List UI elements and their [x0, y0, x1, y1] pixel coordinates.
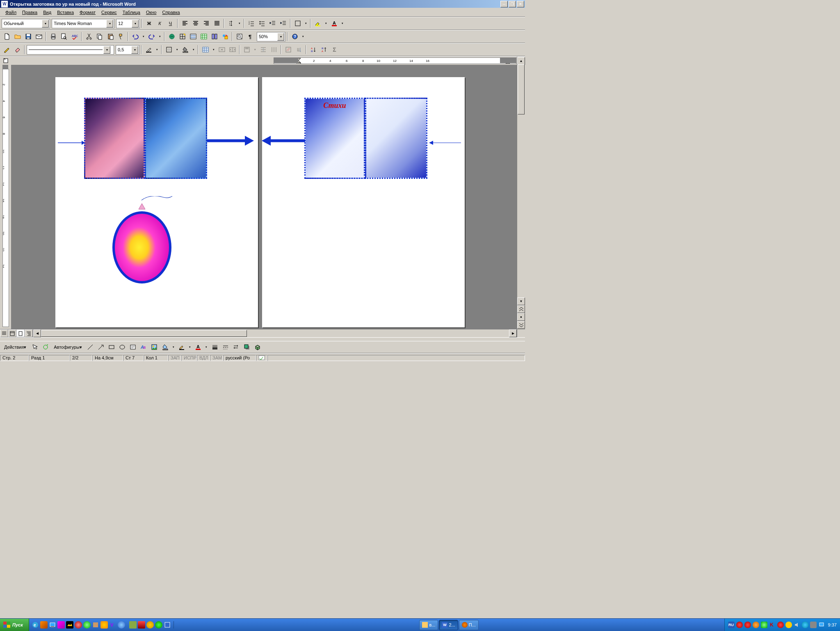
status-trk[interactable]: ИСПР — [181, 355, 197, 361]
borders-dropdown[interactable] — [174, 45, 180, 55]
arrow-thin-left-icon[interactable] — [428, 139, 461, 147]
scroll-right-button[interactable]: ▶ — [509, 329, 517, 337]
drawing-toolbar-button[interactable] — [220, 32, 230, 41]
email-button[interactable] — [34, 32, 44, 41]
autoshapes-menu[interactable]: Автофигуры ▾ — [51, 343, 84, 352]
italic-button[interactable]: К — [155, 18, 165, 28]
print-layout-view-button[interactable] — [16, 329, 25, 337]
outside-border-button[interactable] — [292, 18, 303, 28]
clipart-button[interactable] — [149, 342, 160, 352]
fill-color-button[interactable] — [160, 342, 171, 352]
vertical-ruler[interactable]: 2468 10121416 18202224 — [0, 65, 11, 329]
cut-button[interactable] — [84, 32, 94, 41]
scroll-left-button[interactable]: ◀ — [33, 329, 41, 337]
menu-format[interactable]: Формат — [77, 9, 98, 16]
font-size-combo[interactable]: 12 — [116, 19, 140, 28]
line-weight-combo[interactable]: 0,5 — [116, 45, 139, 55]
save-button[interactable] — [23, 32, 33, 41]
menu-file[interactable]: Файл — [2, 9, 19, 16]
browse-next-button[interactable] — [517, 321, 525, 329]
line-color-dropdown[interactable] — [187, 342, 193, 352]
increase-indent-button[interactable] — [278, 18, 288, 28]
insert-worksheet-button[interactable] — [199, 32, 209, 41]
redo-dropdown[interactable] — [157, 32, 162, 41]
draw-table-button[interactable] — [2, 45, 12, 55]
web-view-button[interactable] — [8, 329, 16, 337]
status-ext[interactable]: ВДЛ — [197, 355, 210, 361]
columns-button[interactable] — [209, 32, 219, 41]
border-color-dropdown[interactable] — [154, 45, 160, 55]
status-language[interactable]: русский (Ро — [223, 355, 256, 361]
vertical-scrollbar[interactable]: ▲ ▼ ● — [517, 57, 525, 329]
arrow-bold-right-icon[interactable] — [207, 135, 254, 147]
scroll-thumb[interactable] — [518, 64, 525, 114]
shape-gradient-box-pink[interactable] — [84, 98, 145, 179]
fill-color-dropdown[interactable] — [171, 342, 176, 352]
border-color-button[interactable] — [144, 45, 154, 55]
new-button[interactable] — [2, 32, 12, 41]
textbox-tool-button[interactable] — [128, 342, 138, 352]
line-style-combo[interactable] — [27, 45, 114, 55]
underline-button[interactable]: Ч — [165, 18, 176, 28]
font-color-button[interactable]: A — [329, 18, 339, 28]
normal-view-button[interactable] — [0, 329, 8, 337]
align-center-button[interactable] — [190, 18, 201, 28]
dash-style-button[interactable] — [221, 342, 231, 352]
paste-button[interactable] — [105, 32, 115, 41]
status-rec[interactable]: ЗАП — [168, 355, 181, 361]
undo-button[interactable] — [130, 32, 140, 41]
spelling-button[interactable]: ABC — [69, 32, 80, 41]
line-spacing-dropdown[interactable] — [237, 18, 242, 28]
font-color-dropdown[interactable] — [340, 18, 345, 28]
menu-insert[interactable]: Вставка — [54, 9, 77, 16]
status-ovr[interactable]: ЗАМ — [210, 355, 223, 361]
toolbar-options-dropdown[interactable] — [300, 32, 306, 41]
horizontal-scrollbar[interactable]: ◀ ▶ — [33, 329, 517, 337]
line-spacing-button[interactable] — [226, 18, 236, 28]
sort-desc-button[interactable]: ЯА — [319, 45, 329, 55]
borders-button[interactable] — [164, 45, 174, 55]
wordart-text[interactable]: Стихи — [306, 99, 364, 110]
rectangle-tool-button[interactable] — [107, 342, 117, 352]
align-left-button[interactable] — [180, 18, 190, 28]
arrow-tool-button[interactable] — [96, 342, 106, 352]
style-combo[interactable]: Обычный — [2, 19, 50, 28]
status-spelling-icon[interactable] — [256, 355, 267, 361]
arrow-bold-left-icon[interactable] — [260, 135, 305, 147]
font-color-dropdown-2[interactable] — [204, 342, 209, 352]
free-rotate-button[interactable] — [40, 342, 50, 352]
browse-object-button[interactable]: ● — [517, 313, 525, 321]
oval-tool-button[interactable] — [117, 342, 128, 352]
ruler-corner[interactable] — [0, 57, 11, 65]
line-color-button[interactable] — [177, 342, 187, 352]
align-right-button[interactable] — [201, 18, 211, 28]
select-objects-button[interactable] — [30, 342, 40, 352]
highlight-dropdown[interactable] — [323, 18, 329, 28]
menu-view[interactable]: Вид — [40, 9, 54, 16]
close-button[interactable]: ✕ — [517, 1, 524, 7]
drawing-actions-menu[interactable]: Действия ▾ — [2, 343, 29, 352]
horizontal-ruler[interactable]: 2 1 2 4 6 8 10 12 14 16 — [11, 57, 517, 65]
3d-button[interactable] — [253, 342, 263, 352]
print-preview-button[interactable] — [59, 32, 69, 41]
menu-help[interactable]: Справка — [159, 9, 183, 16]
format-painter-button[interactable] — [116, 32, 126, 41]
help-button[interactable]: ? — [290, 32, 300, 41]
browse-prev-button[interactable] — [517, 305, 525, 313]
insert-table-button-2[interactable] — [200, 45, 210, 55]
insert-table-button[interactable] — [188, 32, 198, 41]
bulleted-list-button[interactable] — [257, 18, 267, 28]
minimize-button[interactable]: ─ — [500, 1, 508, 7]
tables-borders-toolbar-button[interactable] — [177, 32, 187, 41]
line-style-button[interactable] — [210, 342, 220, 352]
shading-color-button[interactable] — [180, 45, 190, 55]
print-button[interactable] — [48, 32, 58, 41]
show-formatting-button[interactable]: ¶ — [245, 32, 255, 41]
shading-dropdown[interactable] — [191, 45, 196, 55]
font-color-button-2[interactable]: A — [193, 342, 203, 352]
insert-table-dropdown[interactable] — [211, 45, 216, 55]
eraser-button[interactable] — [12, 45, 23, 55]
bold-button[interactable]: Ж — [144, 18, 154, 28]
restore-button[interactable]: ❐ — [509, 1, 516, 7]
numbered-list-button[interactable]: 12 — [246, 18, 256, 28]
